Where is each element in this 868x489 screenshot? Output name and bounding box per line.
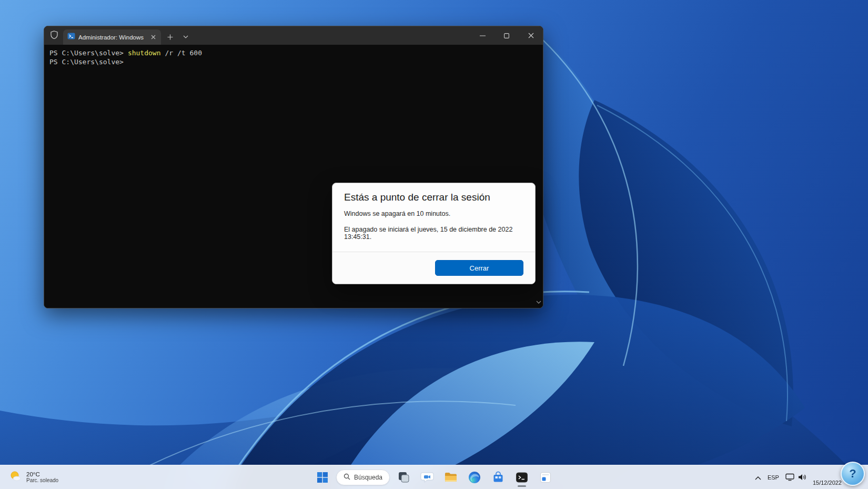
prompt-text: PS C:\Users\solve> (49, 49, 124, 57)
file-explorer-button[interactable] (441, 467, 461, 487)
system-tray-icons[interactable] (785, 473, 806, 481)
edge-icon (468, 471, 481, 484)
dialog-title: Estás a punto de cerrar la sesión (344, 192, 523, 203)
terminal-line: PS C:\Users\solve> (49, 57, 538, 66)
language-indicator[interactable]: ESP (768, 474, 779, 481)
minimize-button[interactable] (470, 26, 494, 45)
start-icon (317, 472, 328, 483)
terminal-titlebar[interactable]: Administrador: Windows Pow (44, 26, 543, 45)
pinned-app-button[interactable] (536, 467, 556, 487)
terminal-tab[interactable]: Administrador: Windows Pow (63, 29, 161, 45)
terminal-icon (515, 471, 529, 484)
start-button[interactable] (312, 467, 332, 487)
tab-dropdown-button[interactable] (179, 30, 193, 44)
tab-close-button[interactable] (148, 33, 158, 42)
sun-icon (8, 470, 22, 485)
shutdown-dialog: Estás a punto de cerrar la sesión Window… (332, 183, 536, 284)
running-indicator (518, 485, 526, 487)
admin-shield-icon (51, 31, 58, 41)
dialog-footer: Cerrar (332, 252, 535, 284)
maximize-button[interactable] (494, 26, 519, 45)
task-view-icon (397, 471, 410, 484)
chat-button[interactable] (417, 467, 437, 487)
new-tab-button[interactable] (163, 30, 177, 44)
edge-button[interactable] (465, 467, 485, 487)
display-icon (785, 473, 794, 481)
close-button[interactable] (519, 26, 543, 45)
scroll-down-icon[interactable] (536, 297, 541, 306)
speaker-icon (798, 473, 806, 481)
terminal-tab-title: Administrador: Windows Pow (78, 34, 145, 41)
command-args-text: /r /t 600 (161, 49, 202, 57)
store-button[interactable] (488, 467, 508, 487)
cerrar-button[interactable]: Cerrar (435, 260, 523, 276)
chat-icon (420, 471, 434, 484)
help-bubble[interactable]: ? (841, 462, 865, 486)
weather-condition: Parc. soleado (26, 477, 58, 483)
weather-widget[interactable]: 20°C Parc. soleado (2, 465, 65, 489)
taskbar: 20°C Parc. soleado Búsqueda (0, 465, 868, 489)
pinned-app-icon (539, 471, 552, 484)
prompt-text: PS C:\Users\solve> (49, 58, 124, 66)
command-args-text (128, 58, 132, 66)
weather-temperature: 20°C (26, 471, 58, 477)
terminal-button[interactable] (512, 467, 532, 487)
command-text (124, 58, 128, 66)
store-icon (491, 471, 505, 484)
dialog-message-1: Windows se apagará en 10 minutos. (344, 210, 523, 217)
search-box[interactable]: Búsqueda (336, 470, 390, 485)
dialog-message-2: El apagado se iniciará el jueves, 15 de … (344, 226, 523, 241)
command-text: shutdown (124, 49, 161, 57)
hidden-icons-button[interactable] (755, 473, 761, 482)
search-label: Búsqueda (354, 474, 382, 481)
powershell-icon (67, 32, 75, 42)
file-explorer-icon (444, 471, 458, 484)
task-view-button[interactable] (393, 467, 413, 487)
search-icon (344, 473, 350, 482)
chevron-up-icon (755, 476, 761, 480)
terminal-line: PS C:\Users\solve>shutdown/r /t 600 (49, 48, 538, 57)
help-icon: ? (849, 467, 856, 481)
